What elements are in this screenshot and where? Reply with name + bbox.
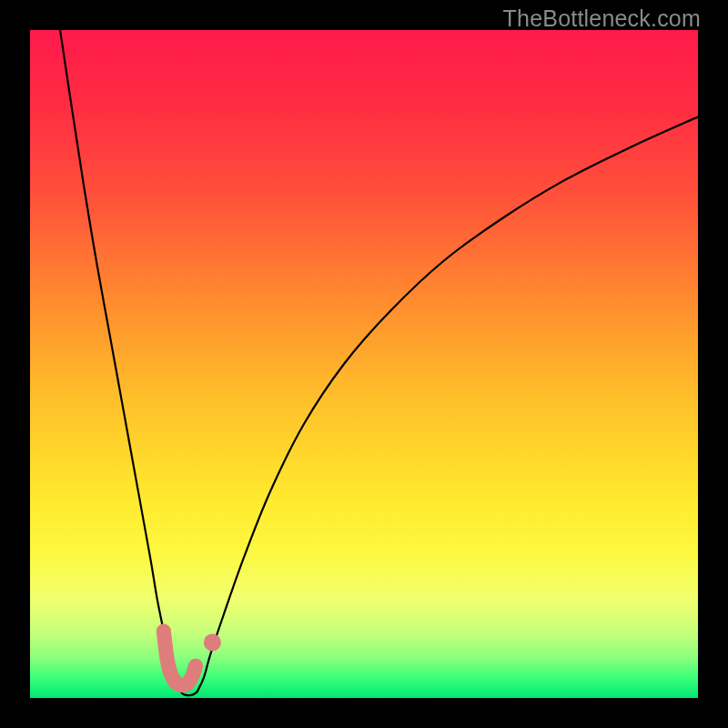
dot-marker [204, 634, 221, 652]
chart-frame: TheBottleneck.com [0, 0, 728, 728]
u-marker [164, 632, 196, 686]
left-curve [60, 30, 181, 692]
curves-layer [30, 30, 698, 698]
right-curve [197, 116, 699, 692]
watermark-text: TheBottleneck.com [503, 5, 701, 32]
plot-area [30, 30, 698, 698]
